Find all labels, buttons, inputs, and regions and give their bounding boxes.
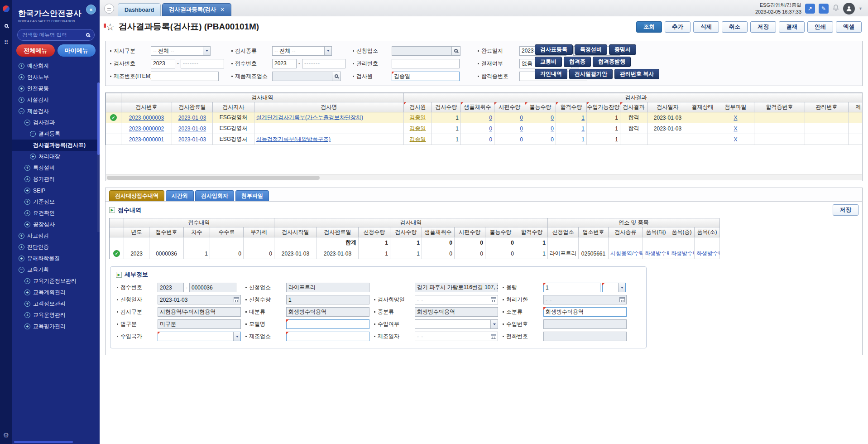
date-field[interactable]: - - [543,295,627,304]
minus-circle-icon[interactable]: − [24,120,30,125]
sidebar-item[interactable]: +용기관리 [12,174,100,185]
save-button[interactable]: 저장 [833,204,858,216]
text-field[interactable]: 화생방수탁용역 [415,307,498,317]
minus-circle-icon[interactable]: − [19,267,24,273]
sidebar-item[interactable]: +진단인증 [12,241,100,253]
action-button-1[interactable]: 조회 [636,21,662,33]
plus-circle-icon[interactable]: + [24,312,30,318]
my-menu-tab[interactable]: 마이메뉴 [58,44,96,57]
text-field[interactable] [151,72,219,81]
grid-cell[interactable]: 0 [494,112,525,123]
grid-horizontal-scrollbar[interactable] [106,174,862,180]
column-header[interactable]: 검사종류 [609,227,643,237]
column-header[interactable]: 시편수량 [494,102,525,112]
plus-circle-icon[interactable]: + [24,301,30,307]
column-header[interactable]: 관리번호 [805,102,849,112]
text-field[interactable] [543,319,627,329]
calendar-icon[interactable] [491,334,496,339]
column-header[interactable] [106,102,121,112]
quick-button[interactable]: 검사표등록 [535,44,573,55]
external-link-icon[interactable]: ↗ [805,4,815,14]
plus-circle-icon[interactable]: + [24,165,30,171]
column-header[interactable]: 검사명 [254,102,404,112]
grid-cell[interactable]: 1 [556,123,587,134]
plus-circle-icon[interactable]: + [30,154,36,159]
column-header[interactable]: 품목(소) [695,227,720,237]
sub-tab[interactable]: 검사대상접수내역 [109,190,164,201]
grid-cell[interactable]: 김종일 [404,112,432,123]
search-lookup-field[interactable] [272,72,341,81]
settings-gear-icon[interactable]: ⚙ [3,431,9,439]
app-grid-icon[interactable]: ⠿ [4,39,9,45]
row-select-cell[interactable]: ✔ [110,248,124,259]
search-lookup-field[interactable] [392,46,460,56]
column-header[interactable] [110,227,124,237]
sidebar-item[interactable]: +기준정보 [12,196,100,208]
column-header[interactable]: 불능수량 [485,227,516,237]
text-field[interactable]: 라이프트리 [286,283,369,292]
column-header[interactable]: 합격수량 [556,102,587,112]
column-header[interactable]: 년도 [124,227,149,237]
column-header[interactable]: 결재상태 [688,102,717,112]
search-lookup-button[interactable] [451,47,460,55]
quick-button[interactable]: 각인내역 [535,69,567,79]
grid-cell[interactable]: 0 [461,134,494,145]
calendar-icon[interactable] [234,297,239,302]
column-header[interactable]: 검사번호 [121,102,172,112]
row-select-cell[interactable]: ✔ [106,112,121,123]
sidebar-item[interactable]: +인사노무 [12,72,100,83]
plus-circle-icon[interactable]: + [24,199,30,205]
scrollbar-thumb[interactable] [107,176,320,180]
number-serial-field[interactable]: 0000036 [189,283,236,292]
text-field[interactable] [286,332,369,341]
dropdown-arrow-icon[interactable] [203,47,210,55]
sidebar-item[interactable]: +예산회계 [12,60,100,72]
text-field[interactable]: 화생방수탁용역 [543,307,627,317]
action-button-7[interactable]: 인쇄 [807,21,833,33]
text-field[interactable]: 경기 파주시 가람로116번길 107, 211, 212호 [415,283,498,292]
grid-cell[interactable]: 0 [494,123,525,134]
action-button-6[interactable]: 결재 [779,21,805,33]
action-button-5[interactable]: 저장 [750,21,776,33]
plus-circle-icon[interactable]: + [19,63,24,69]
row-select-cell[interactable] [110,237,124,248]
column-header[interactable]: 불능수량 [525,102,556,112]
select-field[interactable] [158,332,241,341]
grid-cell[interactable]: 2023-01-03 [172,134,213,145]
plus-circle-icon[interactable]: + [19,74,24,80]
quick-button[interactable]: 교통비 [535,57,562,67]
search-icon[interactable] [5,24,8,28]
column-header[interactable]: 첨부파일 [717,102,754,112]
plus-circle-icon[interactable]: + [24,290,30,295]
sidebar-item[interactable]: +처리대장 [12,151,100,162]
text-field[interactable] [392,59,460,68]
table-row[interactable]: ✔2023-00000032023-01-03ESG경영처설계단계검사기록부(가… [106,112,863,123]
grid-cell[interactable]: 김종일 [404,123,432,134]
column-header[interactable]: 검사지사 [213,102,254,112]
dropdown-arrow-icon[interactable] [324,47,331,55]
grid-cell[interactable]: 2023-01-03 [172,123,213,134]
sub-tab[interactable]: 시간외 [166,190,194,201]
action-button-3[interactable]: 삭제 [693,21,719,33]
grid-cell[interactable]: 2023-0000003 [121,112,172,123]
text-field[interactable]: 1 [543,283,600,292]
plus-circle-icon[interactable]: + [24,222,30,227]
column-header[interactable]: 검사수량 [390,227,422,237]
sidebar-item[interactable]: −교육기획 [12,264,100,275]
dropdown-arrow-icon[interactable] [618,283,625,292]
column-header[interactable]: 검사시작일 [274,227,317,237]
sidebar-vertical-scrollbar[interactable] [97,82,100,232]
sidebar-item[interactable]: +교육계획관리 [12,287,100,298]
grid-cell[interactable]: 1 [556,134,587,145]
grid-cell[interactable]: 0 [461,112,494,123]
grid-cell[interactable]: 김종일 [404,134,432,145]
close-icon[interactable]: ✕ [220,7,224,13]
action-button-8[interactable]: 엑셀 [836,21,862,33]
grid-cell[interactable]: 2023-0000001 [121,134,172,145]
grid-cell[interactable]: X [717,123,754,134]
date-field[interactable]: 2023-01-03 [158,295,241,304]
select-field[interactable]: -- 전체 -- [272,46,332,56]
text-field[interactable] [543,332,627,341]
grid-cell[interactable]: 0 [461,123,494,134]
sub-tab[interactable]: 검사입회자 [195,190,234,201]
